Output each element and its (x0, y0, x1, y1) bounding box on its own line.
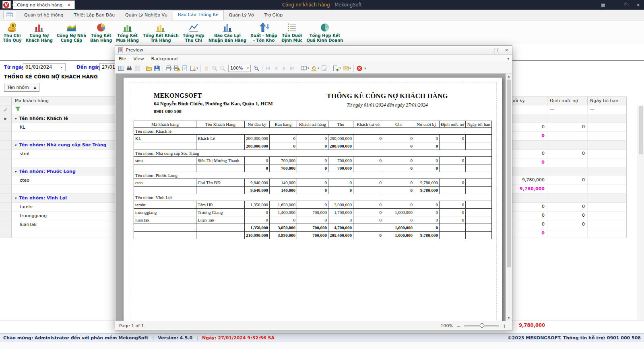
save-file-icon[interactable] (153, 64, 161, 73)
grid-cell[interactable]: — (588, 105, 627, 114)
grid-cell[interactable] (588, 194, 627, 202)
toolbar-button-pie-teal[interactable]: Tổng Hợp KếtQuả Kinh Doanh (305, 21, 345, 44)
collapse-icon[interactable]: ▾ (15, 117, 17, 121)
next-page-icon[interactable] (280, 64, 288, 73)
menu-background[interactable]: Background (148, 55, 182, 62)
menu-view[interactable]: View (130, 55, 147, 62)
main-scrollbar-thumb[interactable] (639, 106, 643, 154)
toolbar-button-line-chart[interactable]: Tổng HợpThu Chi (181, 21, 206, 44)
app-menu-button[interactable] (3, 10, 16, 19)
preview-maximize-button[interactable]: □ (490, 46, 501, 54)
maximize-button[interactable]: □ (621, 0, 632, 10)
record-icon[interactable] (12, 2, 17, 7)
thumbnails-icon[interactable] (133, 64, 141, 73)
hand-tool-icon[interactable] (202, 64, 211, 73)
zoom-out-icon[interactable] (211, 64, 219, 73)
grid-cell[interactable] (588, 167, 627, 176)
quick-print-icon[interactable] (173, 64, 181, 73)
group-by-button[interactable]: Tên nhóm ▲ (4, 83, 39, 92)
grid-cell[interactable] (588, 220, 627, 229)
first-page-icon[interactable] (264, 64, 272, 73)
grid-cell[interactable] (588, 132, 627, 140)
ribbon-tab-2[interactable]: Quản Lý Nghiệp Vụ (120, 10, 173, 20)
toolbar-button-list-chart[interactable]: Tồn DướiĐịnh Mức (279, 21, 305, 44)
page-setup-icon[interactable] (181, 64, 189, 73)
grid-cell[interactable] (547, 114, 588, 123)
menu-file[interactable]: File (115, 55, 130, 62)
zoom-out-button[interactable]: − (456, 323, 460, 329)
zoom-combo[interactable]: 100%▾ (228, 65, 251, 72)
grid-cell[interactable]: — (547, 105, 588, 114)
from-date-input[interactable] (23, 63, 66, 71)
ribbon-tab-5[interactable]: Trợ Giúp (259, 10, 288, 20)
grid-cell[interactable]: 0 (547, 203, 588, 211)
toolbar-button-arrows[interactable]: Xuất - Nhập- Tồn Kho (248, 21, 279, 44)
zoom-in-icon[interactable] (252, 64, 260, 73)
grid-cell[interactable] (588, 229, 627, 238)
print-icon[interactable] (165, 64, 173, 73)
grid-cell[interactable] (588, 211, 627, 220)
grid-cell[interactable] (588, 150, 627, 158)
grid-cell[interactable] (588, 114, 627, 123)
zoom-in-button[interactable]: + (502, 323, 506, 329)
pin-icon[interactable]: ⇩ (26, 3, 29, 7)
ribbon-tab-0[interactable]: Quản trị hệ thống (19, 10, 68, 20)
grid-cell[interactable]: 0 (547, 211, 588, 220)
toolbar-button-bar-yellow[interactable]: Tổng Kết KháchTrả Hàng (141, 21, 181, 44)
grid-cell[interactable] (588, 185, 627, 193)
preview-titlebar[interactable]: Preview − □ × (115, 46, 512, 55)
grid-cell[interactable] (547, 229, 588, 238)
grid-cell[interactable]: 0 (547, 123, 588, 131)
grid-cell[interactable] (547, 132, 588, 140)
scroll-down-icon[interactable]: ▼ (506, 315, 512, 321)
toolbar-button-bar-dark[interactable]: Công NợKhách Hàng (23, 21, 55, 44)
close-button[interactable]: × (632, 0, 644, 10)
multiple-pages-icon[interactable]: ▾ (300, 64, 310, 73)
column-header-3[interactable]: Ngày tới hạn (588, 97, 627, 105)
tab-close-icon[interactable]: ✕ (67, 3, 70, 7)
toolbar-button-area-chart[interactable]: Công Nợ NhàCung Cấp (55, 21, 88, 44)
from-date-dropdown-icon[interactable]: ▾ (61, 66, 62, 69)
grid-cell[interactable] (547, 167, 588, 176)
close-preview-icon[interactable] (355, 64, 363, 73)
toolbar-button-bar-blue[interactable]: Báo Cáo LợiNhuận Bán Hàng (206, 21, 248, 44)
scale-icon[interactable]: ▾ (189, 64, 199, 73)
toolbar-button-bar-green[interactable]: Tổng KếtMua Hàng (114, 21, 141, 44)
ribbon-tab-3[interactable]: Báo Cáo Thống Kê (173, 10, 223, 20)
overflow-icon[interactable]: ▾ (363, 64, 367, 73)
ribbon-tab-1[interactable]: Thiết Lập Ban Đầu (68, 10, 120, 20)
magnifier-icon[interactable] (219, 64, 227, 73)
ribbon-tab-4[interactable]: Quản Lý Vỏ (224, 10, 259, 20)
toolbar-button-pie-red[interactable]: Tổng KếtBán Hàng (88, 21, 114, 44)
collapse-icon[interactable]: ▾ (15, 196, 17, 200)
grid-cell[interactable] (547, 194, 588, 202)
watermark-icon[interactable] (320, 64, 328, 73)
last-page-icon[interactable] (288, 64, 296, 73)
export-icon[interactable]: ▾ (332, 64, 342, 73)
grid-cell[interactable] (588, 123, 627, 131)
prev-page-icon[interactable] (272, 64, 280, 73)
scroll-up-icon[interactable]: ▲ (506, 74, 512, 79)
grid-cell[interactable] (547, 185, 588, 193)
column-header-2[interactable]: Định mức nợ (547, 97, 588, 105)
collapse-icon[interactable]: ▾ (15, 170, 17, 174)
filter-icon[interactable] (15, 106, 21, 113)
collapse-icon[interactable]: ▾ (15, 143, 17, 147)
grid-cell[interactable] (588, 158, 627, 167)
preview-close-button[interactable]: × (501, 46, 512, 54)
preview-scrollbar[interactable]: ▲ ▼ (506, 74, 512, 321)
layout-icon[interactable]: ▦ (597, 0, 609, 10)
grid-cell[interactable] (588, 141, 627, 149)
chevron-down-icon[interactable]: ▾ (21, 3, 23, 7)
chevron-down-icon[interactable]: ▾ (507, 57, 509, 61)
page-color-icon[interactable]: ▾ (310, 64, 320, 73)
preview-scrollbar-thumb[interactable] (507, 80, 511, 267)
zoom-slider-handle[interactable] (480, 323, 484, 328)
grid-cell[interactable] (588, 203, 627, 211)
preview-minimize-button[interactable]: − (479, 46, 490, 54)
minimize-button[interactable]: − (609, 0, 621, 10)
grid-cell[interactable] (588, 176, 627, 185)
grid-cell[interactable]: 0 (547, 150, 588, 158)
grid-cell[interactable]: 0 (547, 220, 588, 229)
grid-cell[interactable]: 0 (547, 176, 588, 185)
